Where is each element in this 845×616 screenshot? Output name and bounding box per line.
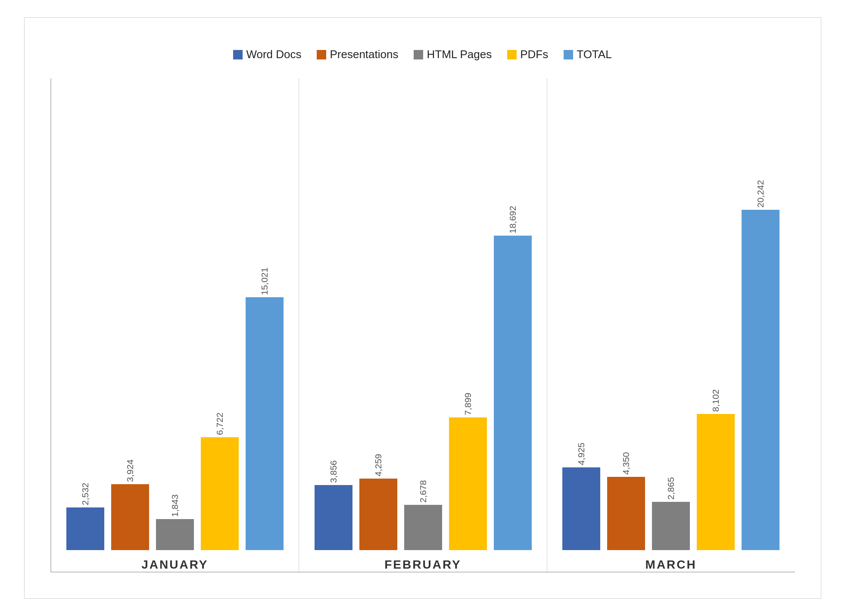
legend-label: Presentations	[330, 48, 398, 61]
legend-item-word-docs: Word Docs	[233, 48, 301, 61]
bar-value-label: 8,102	[711, 190, 721, 412]
month-group-january: 2,5323,9241,8436,72215,021JANUARY	[51, 78, 299, 572]
month-label-january: JANUARY	[141, 558, 208, 572]
bars-row: 3,8564,2592,6787,89918,692	[308, 184, 538, 550]
bar-value-label: 1,843	[170, 190, 180, 517]
bar-col-html-pages: 2,678	[404, 184, 442, 550]
bar-rect	[562, 467, 600, 550]
bar-rect	[66, 507, 104, 550]
legend-label: PDFs	[520, 48, 548, 61]
bar-rect	[697, 414, 735, 550]
bar-col-presentations: 4,259	[359, 184, 397, 550]
bar-col-word-docs: 2,532	[66, 184, 104, 550]
bar-rect	[494, 236, 532, 550]
bar-col-html-pages: 1,843	[156, 184, 194, 550]
bar-col-pdfs: 8,102	[697, 184, 735, 550]
bar-value-label: 6,722	[215, 190, 225, 435]
bar-value-label: 3,924	[125, 190, 135, 482]
bars-row: 2,5323,9241,8436,72215,021	[60, 184, 290, 550]
legend-item-presentations: Presentations	[317, 48, 398, 61]
legend: Word DocsPresentationsHTML PagesPDFsTOTA…	[233, 48, 611, 61]
legend-item-pdfs: PDFs	[507, 48, 548, 61]
legend-label: Word Docs	[246, 48, 301, 61]
bar-rect	[449, 417, 487, 550]
bar-col-presentations: 4,350	[607, 184, 645, 550]
bar-value-label: 18,692	[508, 190, 518, 233]
bar-col-total: 15,021	[246, 184, 284, 550]
bar-rect	[607, 477, 645, 550]
chart-area: 2,5323,9241,8436,72215,021JANUARY3,8564,…	[50, 78, 795, 572]
bar-col-presentations: 3,924	[111, 184, 149, 550]
bar-col-pdfs: 6,722	[201, 184, 239, 550]
month-group-february: 3,8564,2592,6787,89918,692FEBRUARY	[299, 78, 547, 572]
legend-swatch	[317, 50, 326, 59]
bar-col-pdfs: 7,899	[449, 184, 487, 550]
bar-value-label: 4,925	[576, 190, 586, 465]
bar-value-label: 15,021	[259, 190, 270, 295]
bar-value-label: 2,865	[666, 190, 676, 500]
legend-swatch	[414, 50, 423, 59]
bar-rect	[742, 210, 780, 550]
bar-value-label: 7,899	[463, 190, 473, 415]
bar-rect	[246, 297, 284, 550]
bar-col-word-docs: 3,856	[315, 184, 352, 550]
bar-col-total: 20,242	[742, 184, 780, 550]
bar-value-label: 2,678	[418, 190, 428, 503]
bar-value-label: 2,532	[80, 190, 90, 505]
month-group-march: 4,9254,3502,8658,10220,242MARCH	[547, 78, 795, 572]
legend-item-html-pages: HTML Pages	[414, 48, 492, 61]
bar-value-label: 4,350	[621, 190, 631, 475]
legend-label: TOTAL	[577, 48, 611, 61]
bar-value-label: 4,259	[373, 190, 384, 476]
legend-swatch	[564, 50, 573, 59]
month-label-february: FEBRUARY	[384, 558, 461, 572]
bar-rect	[359, 479, 397, 550]
legend-swatch	[233, 50, 243, 59]
bar-col-word-docs: 4,925	[562, 184, 600, 550]
bar-rect	[201, 437, 239, 550]
bar-value-label: 20,242	[755, 190, 766, 208]
bar-value-label: 3,856	[328, 190, 339, 483]
bar-col-total: 18,692	[494, 184, 532, 550]
legend-label: HTML Pages	[427, 48, 492, 61]
bar-rect	[404, 505, 442, 550]
bar-rect	[315, 485, 352, 550]
bars-row: 4,9254,3502,8658,10220,242	[556, 184, 786, 550]
month-label-march: MARCH	[645, 558, 697, 572]
bar-col-html-pages: 2,865	[652, 184, 690, 550]
chart-container: Word DocsPresentationsHTML PagesPDFsTOTA…	[24, 17, 821, 599]
legend-swatch	[507, 50, 517, 59]
bar-rect	[652, 502, 690, 550]
bar-rect	[111, 484, 149, 550]
legend-item-total: TOTAL	[564, 48, 611, 61]
bar-rect	[156, 519, 194, 550]
